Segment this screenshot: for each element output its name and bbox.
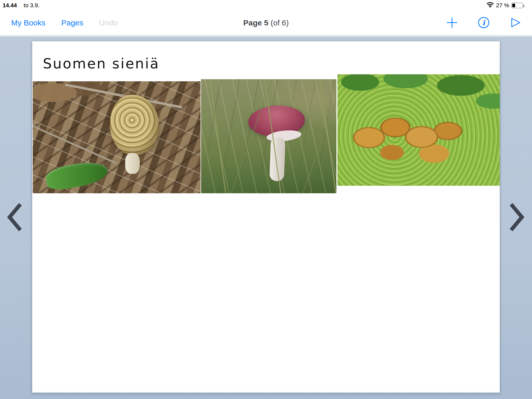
photo-red-russula-grass[interactable]: [201, 79, 336, 193]
grass-blades-overlay: [201, 79, 336, 193]
photo-morel-forest-floor[interactable]: [33, 81, 201, 193]
orange-fungi-cluster-shape: [353, 111, 467, 170]
status-left: 14.44 to 3.9.: [3, 2, 39, 9]
battery-nub: [523, 5, 524, 7]
status-date: to 3.9.: [24, 2, 39, 9]
status-right: 27 %: [486, 2, 523, 9]
chevron-left-icon: [6, 203, 23, 232]
morel-stem-shape: [125, 153, 140, 174]
battery-fill: [512, 4, 515, 7]
page-bottom-edge: [32, 392, 500, 393]
info-button[interactable]: i: [478, 17, 490, 29]
page-indicator-current: Page 5: [243, 18, 268, 27]
twig-shape: [33, 125, 117, 164]
toolbar: My Books Pages Undo Page 5 (of 6) i: [0, 10, 532, 36]
next-page-button[interactable]: [507, 201, 527, 234]
book-page: Suomen sieniä: [32, 41, 500, 393]
play-icon: [509, 17, 521, 29]
wifi-icon: [486, 2, 494, 9]
status-time: 14.44: [3, 2, 17, 9]
screen: 14.44 to 3.9. 27 % My Books Pages: [0, 0, 532, 399]
info-icon: i: [478, 17, 490, 29]
photo-orange-fungi-moss[interactable]: [337, 74, 500, 186]
green-leaf-shape: [44, 159, 110, 192]
add-button[interactable]: [446, 17, 458, 29]
svg-text:i: i: [482, 19, 486, 27]
play-button[interactable]: [509, 17, 521, 29]
page-indicator-total: (of 6): [268, 18, 289, 27]
battery-percent: 27 %: [496, 2, 509, 9]
plus-icon: [446, 17, 458, 29]
morel-cap-shape: [110, 95, 159, 155]
battery-icon: [511, 3, 523, 8]
page-title[interactable]: Suomen sieniä: [43, 55, 159, 72]
photo-chanterelles-box[interactable]: [33, 194, 201, 288]
chevron-right-icon: [508, 203, 526, 232]
canvas-background: Suomen sieniä: [0, 36, 532, 399]
toolbar-right: i: [446, 17, 521, 29]
previous-page-button[interactable]: [4, 201, 25, 234]
status-bar: 14.44 to 3.9. 27 %: [0, 0, 532, 10]
